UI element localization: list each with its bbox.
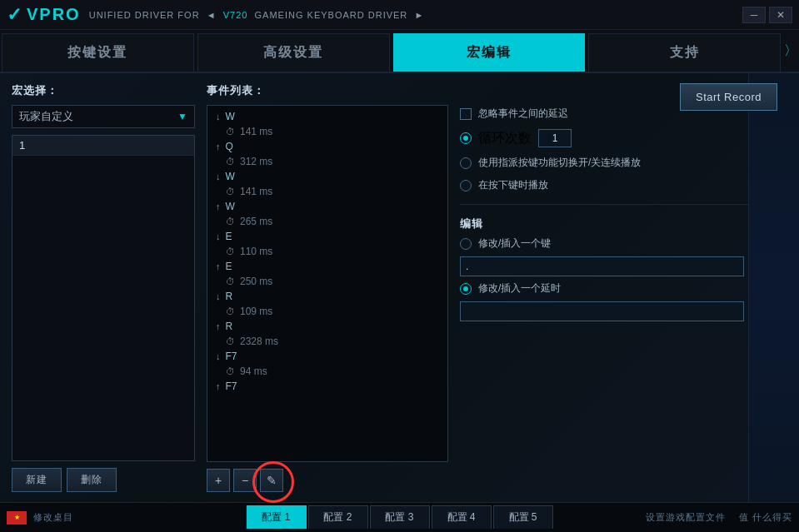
dropdown-arrow-icon: ▼ (177, 111, 187, 122)
modify-delay-input-row: 确定 (460, 301, 787, 321)
flag-icon: ★ (7, 511, 27, 525)
config-tab-5-label: 配置 5 (509, 510, 537, 525)
edit-section: 编辑 修改/插入一个键 确定 修改/插入一个延时 确定 (460, 216, 787, 321)
list-item[interactable]: ↓E (207, 229, 447, 244)
edit-event-button[interactable]: ✎ (260, 469, 283, 492)
modify-key-radio[interactable] (460, 238, 472, 250)
event-delay-ms: 312 ms (240, 156, 272, 167)
list-item[interactable]: ⏱2328 ms (207, 334, 447, 349)
list-item[interactable]: ⏱141 ms (207, 184, 447, 199)
remove-event-button[interactable]: − (233, 469, 257, 492)
event-delay-ms: 109 ms (240, 306, 272, 317)
clock-icon: ⏱ (226, 127, 235, 137)
arrow-down-icon: ↓ (216, 231, 221, 241)
title-bar-controls: ─ ✕ (742, 7, 792, 23)
toggle-play-label: 使用指派按键功能切换开/关连续播放 (478, 156, 641, 170)
modify-delay-label: 修改/插入一个延时 (478, 281, 561, 296)
list-item[interactable]: ↓W (207, 109, 447, 124)
minimize-button[interactable]: ─ (742, 7, 766, 23)
vpro-chevron-icon: ✓ (7, 4, 22, 26)
tab-advanced[interactable]: 高级设置 (197, 33, 390, 72)
hold-play-radio[interactable] (460, 180, 472, 191)
events-list[interactable]: ↓W⏱141 ms↑Q⏱312 ms↓W⏱141 ms↑W⏱265 ms↓E⏱1… (207, 105, 448, 462)
modify-delay-radio[interactable] (460, 283, 472, 295)
macro-list: 1 (12, 135, 195, 461)
tab-support-label: 支持 (670, 44, 700, 62)
list-item[interactable]: ↓R (207, 289, 447, 304)
clock-icon: ⏱ (226, 216, 235, 226)
list-item[interactable]: ↑Q (207, 139, 447, 154)
list-item[interactable]: 1 (12, 136, 194, 156)
event-key: R (226, 321, 233, 332)
macro-dropdown[interactable]: 玩家自定义 ▼ (12, 105, 195, 128)
config-tab-4[interactable]: 配置 4 (432, 505, 492, 529)
status-bar-right: 设置游戏配置文件 值 什么得买 (646, 511, 792, 524)
title-driver-text: UNIFIED DRIVER FOR ◄ V720 GAMEING KEYBOA… (89, 10, 425, 20)
plus-icon: + (215, 474, 222, 487)
arrow-down-icon: ↓ (216, 172, 221, 181)
macro-action-buttons: 新建 删除 (12, 468, 195, 492)
list-item[interactable]: ↑F7 (207, 379, 447, 394)
toggle-play-radio[interactable] (460, 157, 472, 169)
modify-key-input[interactable] (460, 256, 744, 276)
list-item[interactable]: ↑E (207, 259, 447, 274)
config-tab-2[interactable]: 配置 2 (307, 505, 367, 529)
event-key: Q (226, 141, 233, 152)
macro-select-value: 玩家自定义 (19, 109, 73, 124)
config-tab-3[interactable]: 配置 3 (369, 505, 429, 529)
list-item[interactable]: ⏱94 ms (207, 364, 447, 379)
modify-label: 修改桌目 (33, 511, 73, 524)
list-item[interactable]: ↓F7 (207, 349, 447, 364)
list-item[interactable]: ⏱110 ms (207, 244, 447, 259)
content-area: Start Record 宏选择： 玩家自定义 ▼ 1 新建 删除 事件列表： … (0, 73, 799, 502)
add-event-button[interactable]: + (207, 469, 230, 492)
list-item[interactable]: ⏱312 ms (207, 154, 447, 169)
modify-delay-confirm-button[interactable]: 确定 (749, 301, 787, 321)
config-tab-1[interactable]: 配置 1 (246, 505, 306, 529)
list-item[interactable]: ⏱250 ms (207, 274, 447, 289)
modify-delay-input[interactable] (460, 301, 744, 321)
clock-icon: ⏱ (226, 246, 235, 256)
start-record-button[interactable]: Start Record (680, 83, 777, 111)
modify-key-label-row: 修改/插入一个键 (460, 236, 787, 251)
event-delay-ms: 265 ms (240, 216, 272, 227)
nav-side-arrow[interactable]: 〉 (782, 30, 799, 72)
arrow-up-icon: ↑ (216, 261, 221, 271)
event-delay-ms: 141 ms (240, 126, 272, 137)
list-item[interactable]: ⏱265 ms (207, 214, 447, 229)
loop-count-input[interactable]: 1 (538, 129, 572, 147)
modify-delay-label-row: 修改/插入一个延时 (460, 281, 787, 296)
event-delay-ms: 2328 ms (240, 336, 278, 347)
list-item[interactable]: ↑R (207, 319, 447, 334)
ignore-delay-label: 忽略事件之间的延迟 (478, 107, 568, 121)
watermark-text: 值 什么得买 (739, 512, 792, 522)
new-macro-button[interactable]: 新建 (12, 468, 62, 492)
tab-keys[interactable]: 按键设置 (2, 33, 194, 72)
minus-icon: − (242, 474, 248, 487)
modify-key-confirm-button[interactable]: 确定 (749, 256, 787, 276)
loop-count-radio[interactable] (460, 132, 472, 144)
macro-select-label: 宏选择： (12, 83, 195, 98)
close-button[interactable]: ✕ (769, 7, 792, 23)
list-item[interactable]: ⏱141 ms (207, 124, 447, 139)
ignore-delay-checkbox[interactable] (460, 108, 472, 120)
config-tab-1-label: 配置 1 (262, 510, 290, 525)
delete-macro-button[interactable]: 删除 (67, 468, 117, 492)
title-bar-left: ✓ VPRO UNIFIED DRIVER FOR ◄ V720 GAMEING… (7, 4, 424, 26)
edit-icon: ✎ (267, 474, 277, 487)
loop-count-row: 循环次数 1 (460, 129, 787, 147)
arrow-down-icon: ↓ (216, 351, 221, 361)
events-list-label: 事件列表： (207, 83, 448, 98)
arrow-up-icon: ↑ (216, 381, 221, 391)
list-item[interactable]: ↓W (207, 169, 447, 184)
tab-macro[interactable]: 宏编辑 (393, 33, 586, 72)
arrow-up-icon: ↑ (216, 321, 221, 331)
tab-support[interactable]: 支持 (588, 33, 781, 72)
config-tab-5[interactable]: 配置 5 (493, 505, 553, 529)
config-tab-3-label: 配置 3 (385, 510, 413, 525)
section-divider (460, 204, 787, 205)
list-item[interactable]: ⏱109 ms (207, 304, 447, 319)
event-key: E (226, 231, 232, 242)
title-bar: ✓ VPRO UNIFIED DRIVER FOR ◄ V720 GAMEING… (0, 0, 799, 30)
list-item[interactable]: ↑W (207, 199, 447, 214)
